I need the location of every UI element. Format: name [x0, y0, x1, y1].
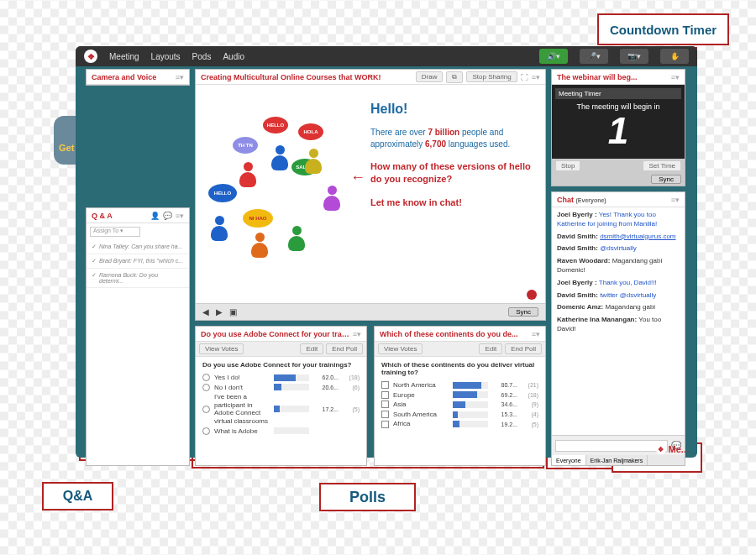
chat-message: Joel Byerly : Yes! Thank you too Katheri…	[557, 211, 680, 229]
poll1-question: Do you use Adobe Connect for your traini…	[196, 357, 366, 373]
next-icon[interactable]: ▶	[216, 307, 223, 317]
share-heading: Hello!	[370, 102, 534, 117]
footer-brand: ❖Me...	[656, 444, 689, 454]
qa-user-icon[interactable]: 👤	[150, 212, 160, 220]
webcam-icon[interactable]: 📷▾	[620, 49, 648, 64]
share-canvas: HELLO TH TN HELLO HOLA SALAM NI HAO	[196, 85, 545, 320]
connect-stage: ❖ Meeting Layouts Pods Audio 🔊▾ 🎤▾ 📷▾ ✋ …	[76, 46, 697, 458]
chat-message: Joel Byerly : Thank you, David!!!	[557, 279, 680, 288]
timer-settime-button[interactable]: Set Time	[643, 160, 681, 171]
poll-option[interactable]: South America15.3...(4)	[375, 410, 545, 420]
menu-pods[interactable]: Pods	[192, 52, 212, 61]
poll1-view-votes-button[interactable]: View Votes	[199, 343, 244, 354]
qa-assign-select[interactable]: Assign To ▾	[90, 227, 140, 237]
poll-option[interactable]: What is Adobe	[196, 427, 366, 437]
chat-message: Domenic Amz: Magandang gabi	[557, 303, 680, 312]
chat-message: David Smith: dsmith@virtualgurus.com	[557, 233, 680, 242]
pod-menu-icon[interactable]: ≡▾	[176, 212, 184, 220]
chat-message-list[interactable]: Joel Byerly : Yes! Thank you too Katheri…	[552, 207, 685, 435]
poll2-edit-button[interactable]: Edit	[479, 343, 502, 354]
share-cta: Let me know in chat!	[370, 196, 534, 209]
timer-panel-label: Meeting Timer	[555, 88, 681, 99]
chat-tab-everyone[interactable]: Everyone	[552, 455, 586, 465]
label-qa: Q&A	[42, 482, 113, 510]
chat-title: Chat (Everyone)	[557, 196, 668, 204]
poll1-title: Do you use Adobe Connect for your train.…	[201, 330, 349, 338]
pod-menu-icon[interactable]: ≡▾	[671, 196, 680, 204]
stop-sharing-button[interactable]: Stop Sharing	[466, 71, 517, 82]
timer-display: Meeting Timer The meeting will begin in …	[552, 85, 685, 159]
menu-audio[interactable]: Audio	[223, 52, 244, 61]
chat-message: David Smith: twitter @dsvirtually	[557, 291, 680, 301]
qa-item[interactable]: Ramona Buck: Do you determi...	[87, 269, 189, 288]
poll-option[interactable]: Europe69.2...(18)	[375, 390, 545, 401]
pod-qa: Q & A 👤 💬 ≡▾ Assign To ▾ Nina Talley: Ca…	[86, 207, 190, 466]
poll2-view-votes-button[interactable]: View Votes	[378, 343, 423, 354]
poll1-edit-button[interactable]: Edit	[300, 343, 323, 354]
poll-option[interactable]: I've been a participant in Adobe Connect…	[196, 392, 366, 426]
hello-illustration: HELLO TH TN HELLO HOLA SALAM NI HAO	[204, 107, 362, 253]
sync-button[interactable]: Sync	[508, 307, 538, 317]
pod-menu-icon[interactable]: ≡▾	[532, 330, 540, 338]
poll-option[interactable]: North America80.7...(21)	[375, 380, 545, 390]
share-text-block: Hello! There are over 7 billion people a…	[370, 102, 534, 219]
bubble-2: TH TN	[233, 137, 258, 154]
share-controls: ◀ ▶ ▣ Sync	[196, 303, 545, 320]
poll2-question: Which of these continents do you deliver…	[375, 357, 545, 380]
poll-option[interactable]: Africa19.2...(5)	[375, 419, 545, 429]
raise-hand-icon[interactable]: ✋	[660, 49, 689, 64]
pod-poll-2: Which of these continents do you de... ≡…	[374, 326, 546, 466]
pod-chat: Chat (Everyone) ≡▾ Joel Byerly : Yes! Th…	[551, 191, 685, 466]
bubble-3: HELLO	[263, 117, 288, 134]
mic-icon[interactable]: 🎤▾	[580, 49, 608, 64]
draw-button[interactable]: Draw	[416, 71, 444, 82]
poll-option[interactable]: Yes I do!62.0...(18)	[196, 373, 366, 383]
chat-message: Katherine Ina Manangan: You too David!	[557, 316, 680, 334]
chat-message: David Smith: @dsvirtually	[557, 244, 680, 254]
chat-input[interactable]	[555, 440, 668, 452]
share-question: How many of these versions of hello do y…	[370, 160, 534, 186]
poll1-end-button[interactable]: End Poll	[326, 343, 363, 354]
stop-icon[interactable]: ▣	[229, 307, 237, 317]
timer-sync-button[interactable]: Sync	[651, 175, 681, 184]
menu-bar: ❖ Meeting Layouts Pods Audio 🔊▾ 🎤▾ 📷▾ ✋	[76, 46, 697, 66]
pod-menu-icon[interactable]: ≡▾	[353, 330, 361, 338]
qa-item[interactable]: Brad Bryant: FYI, this "which c...	[87, 254, 189, 269]
share-title: Creating Multicultural Online Courses th…	[201, 73, 412, 81]
brand-icon	[527, 290, 537, 300]
speaker-icon[interactable]: 🔊▾	[539, 49, 568, 64]
chat-tab-user[interactable]: Erik-Jan Raijmakers	[586, 455, 648, 465]
timer-stop-button[interactable]: Stop	[555, 160, 580, 171]
menu-meeting[interactable]: Meeting	[109, 52, 139, 61]
poll-option[interactable]: Asia34.6...(9)	[375, 400, 545, 410]
arrow-icon: ←	[350, 169, 365, 186]
app-logo[interactable]: ❖	[84, 50, 97, 63]
bubble-6: NI HAO	[243, 209, 273, 228]
poll2-title: Which of these continents do you de...	[380, 330, 528, 338]
chat-tabs: Everyone Erik-Jan Raijmakers	[552, 455, 685, 465]
pod-menu-icon[interactable]: ≡▾	[532, 73, 540, 81]
camera-title: Camera and Voice	[92, 73, 172, 81]
bubble-hello: HELLO	[208, 184, 237, 202]
pod-countdown-timer: The webinar will beg... ≡▾ Meeting Timer…	[551, 69, 685, 186]
pod-menu-icon[interactable]: ≡▾	[671, 73, 680, 81]
poll2-end-button[interactable]: End Poll	[505, 343, 542, 354]
fullscreen-icon[interactable]: ⛶	[521, 73, 528, 81]
timer-value: 1	[608, 114, 628, 148]
chat-message: Raven Woodard: Magandang gabi Domenic!	[557, 257, 680, 275]
prev-icon[interactable]: ◀	[202, 307, 209, 317]
qa-title: Q & A	[92, 212, 147, 220]
poll-option[interactable]: No I don't20.6...(6)	[196, 383, 366, 393]
qa-send-icon[interactable]: 💬	[163, 212, 172, 220]
pointer-button[interactable]: ⧉	[446, 71, 463, 83]
pod-camera-voice[interactable]: Camera and Voice ≡▾	[86, 69, 190, 86]
qa-item[interactable]: Nina Talley: Can you share ha...	[87, 240, 189, 254]
menu-layouts[interactable]: Layouts	[151, 52, 181, 61]
timer-title: The webinar will beg...	[557, 73, 668, 81]
pod-poll-1: Do you use Adobe Connect for your train.…	[195, 326, 367, 466]
share-line1: There are over 7 billion people and appr…	[370, 127, 534, 150]
pod-share: Creating Multicultural Online Courses th…	[195, 69, 546, 321]
label-polls: Polls	[319, 483, 416, 511]
pod-menu-icon[interactable]: ≡▾	[176, 73, 184, 81]
label-countdown-timer: Countdown Timer	[597, 13, 729, 45]
